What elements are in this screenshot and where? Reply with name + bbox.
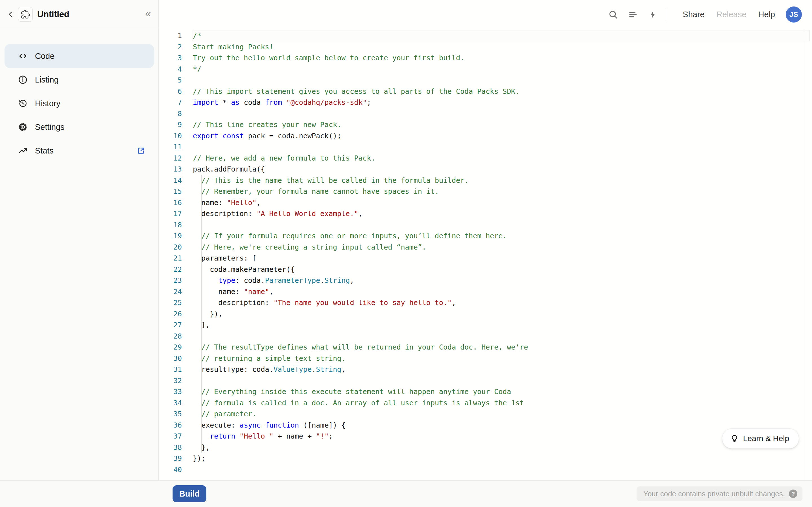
line-number: 13: [173, 164, 182, 175]
line-number: 19: [173, 230, 182, 242]
line-number: 23: [173, 275, 182, 286]
code-line: parameters: [: [193, 252, 812, 264]
line-number: 6: [177, 86, 182, 97]
code-line: name: "Hello",: [193, 197, 812, 209]
build-button[interactable]: Build: [172, 485, 206, 502]
line-number: 31: [173, 364, 182, 375]
sidebar-item-listing[interactable]: Listing: [4, 68, 154, 92]
status-text: Your code contains private unbuilt chang…: [644, 490, 785, 498]
sidebar-item-stats[interactable]: Stats: [4, 139, 154, 163]
line-number: 35: [173, 408, 182, 420]
line-number: 32: [173, 375, 182, 386]
gutter: 1234567891011121314151617181920212223242…: [159, 29, 186, 480]
line-number: 14: [173, 175, 182, 186]
code-line: // The resultType defines what will be r…: [193, 342, 812, 353]
code-editor[interactable]: 1234567891011121314151617181920212223242…: [159, 29, 812, 480]
line-number: 38: [173, 442, 182, 453]
code-line: pack.addFormula({: [193, 164, 812, 175]
code-line: Try out the hello world sample below to …: [193, 52, 812, 64]
code-line: type: coda.ParameterType.String,: [193, 275, 812, 286]
code-line: import * as coda from "@codahq/packs-sdk…: [193, 97, 812, 108]
code-line: Start making Packs!: [193, 41, 812, 53]
sidebar-item-history[interactable]: History: [4, 92, 154, 115]
code-line: // Here, we're creating a string input c…: [193, 242, 812, 253]
search-button[interactable]: [607, 8, 619, 21]
learn-help-button[interactable]: Learn & Help: [722, 429, 799, 449]
sidebar-item-settings[interactable]: Settings: [4, 115, 154, 139]
line-number: 8: [177, 108, 182, 119]
code-line: description: "A Hello World example.",: [193, 208, 812, 219]
avatar[interactable]: JS: [786, 6, 802, 22]
line-number: 17: [173, 208, 182, 219]
line-number: 16: [173, 197, 182, 209]
line-number: 22: [173, 264, 182, 275]
pack-studio-page: Untitled « Code Listing History: [0, 0, 812, 507]
sidebar-item-label: Code: [35, 52, 146, 61]
line-number: 12: [173, 153, 182, 164]
code-line: // This line creates your new Pack.: [193, 119, 812, 130]
sidebar-item-code[interactable]: Code: [4, 44, 154, 68]
code-line: },: [193, 442, 812, 453]
line-number: 9: [177, 119, 182, 130]
code-line: // returning a simple text string.: [193, 353, 812, 364]
code-line: ],: [193, 320, 812, 331]
line-number: 1: [177, 30, 182, 41]
line-number: 40: [173, 464, 182, 475]
code-line: [193, 108, 812, 119]
code-content[interactable]: /*Start making Packs!Try out the hello w…: [193, 29, 812, 480]
run-button[interactable]: [647, 8, 659, 21]
code-line: execute: async function ([name]) {: [193, 420, 812, 431]
line-number: 5: [177, 75, 182, 86]
external-link-icon[interactable]: [137, 146, 146, 155]
line-number: 18: [173, 219, 182, 231]
line-number: 39: [173, 453, 182, 464]
line-number: 24: [173, 286, 182, 297]
toolbar-divider: [667, 8, 667, 21]
line-number: 10: [173, 130, 182, 142]
help-button[interactable]: Help: [758, 10, 775, 19]
code-line: name: "name",: [193, 286, 812, 297]
line-number: 36: [173, 420, 182, 431]
question-help-icon[interactable]: ?: [789, 490, 797, 498]
share-button[interactable]: Share: [683, 10, 705, 19]
line-number: 2: [177, 41, 182, 53]
line-number: 3: [177, 52, 182, 64]
line-number: 37: [173, 431, 182, 442]
line-number: 34: [173, 397, 182, 409]
status-badge: Your code contains private unbuilt chang…: [637, 487, 802, 501]
trending-up-icon: [18, 146, 28, 156]
code-line: resultType: coda.ValueType.String,: [193, 364, 812, 375]
lightbulb-icon: [730, 434, 739, 443]
collapse-sidebar-button[interactable]: «: [143, 8, 153, 20]
sidebar-item-label: History: [35, 99, 146, 108]
code-line: // Here, we add a new formula to this Pa…: [193, 153, 812, 164]
line-number: 21: [173, 252, 182, 264]
search-icon: [608, 10, 618, 19]
code-line: export const pack = coda.newPack();: [193, 130, 812, 142]
line-number: 30: [173, 353, 182, 364]
chevron-left-icon: [7, 10, 15, 18]
sidebar-header: Untitled «: [0, 0, 158, 29]
code-line: // Everything inside this execute statem…: [193, 386, 812, 397]
line-number: 33: [173, 386, 182, 397]
build-bar: Build Your code contains private unbuilt…: [0, 480, 812, 507]
code-line: [193, 464, 812, 475]
overview-ruler-divider: [804, 29, 804, 480]
main-panel: Share Release Help JS 123456789101112131…: [159, 0, 812, 480]
code-line: // formula is called in a doc. An array …: [193, 397, 812, 409]
sidebar-item-label: Stats: [35, 146, 137, 156]
top-toolbar: Share Release Help JS: [159, 0, 812, 29]
code-line: // This import statement gives you acces…: [193, 86, 812, 97]
code-line: });: [193, 453, 812, 464]
code-icon: [18, 51, 28, 61]
code-line: */: [193, 64, 812, 75]
info-icon: [18, 75, 28, 84]
format-button[interactable]: [627, 8, 639, 21]
code-line: coda.makeParameter({: [193, 264, 812, 275]
puzzle-icon: [21, 10, 30, 19]
line-number: 27: [173, 320, 182, 331]
release-button[interactable]: Release: [716, 10, 746, 19]
sidebar: Untitled « Code Listing History: [0, 0, 159, 480]
back-button[interactable]: [5, 9, 16, 20]
line-number: 26: [173, 308, 182, 320]
